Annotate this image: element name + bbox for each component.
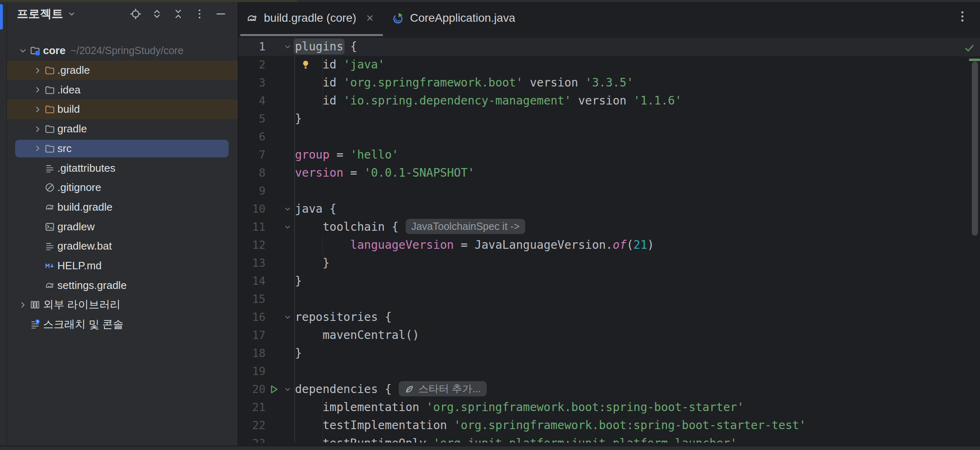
code-line-14[interactable]: 14}	[238, 272, 980, 290]
tree-item-.gitignore[interactable]: .gitignore	[7, 178, 238, 198]
close-icon[interactable]	[365, 13, 375, 23]
tree-item-settings.gradle[interactable]: settings.gradle	[7, 275, 238, 295]
gradle-icon	[44, 280, 55, 291]
code-line-22[interactable]: 22 testImplementation 'org.springframewo…	[238, 416, 980, 434]
chevron-down-icon[interactable]	[283, 313, 292, 322]
tree-item-.gradle[interactable]: .gradle	[7, 61, 238, 80]
editor-scrollbar[interactable]	[972, 61, 978, 236]
run-icon[interactable]	[268, 384, 279, 395]
token: 'hello'	[350, 148, 399, 161]
expand-all-button[interactable]	[150, 7, 164, 21]
token: 'io.spring.dependency-management'	[343, 94, 571, 107]
token: java {	[295, 202, 336, 216]
error-stripe-mark	[969, 59, 980, 61]
module-folder-icon	[29, 45, 41, 56]
gradle-icon	[246, 12, 259, 25]
code-line-5[interactable]: 5}	[238, 110, 980, 128]
tab-list-more-icon[interactable]	[955, 9, 969, 23]
tree-item-gradle[interactable]: gradle	[7, 119, 238, 139]
code-line-13[interactable]: 13 }	[238, 254, 980, 272]
code-line-3[interactable]: 3 id 'org.springframework.boot' version …	[238, 74, 980, 92]
chevron-right-icon[interactable]	[33, 66, 43, 75]
tree-item-core[interactable]: core~/2024/SpringStudy/core	[7, 41, 238, 61]
tree-item-src[interactable]: src	[7, 139, 238, 159]
token: 'org.springframework.boot'	[343, 76, 523, 89]
collapse-all-icon	[172, 8, 184, 20]
tree-item-item[interactable]: 외부 라이브러리	[7, 295, 238, 315]
code-line-17[interactable]: 17 mavenCentral()	[238, 326, 980, 344]
code-text: }	[295, 254, 329, 272]
chevron-right-icon[interactable]	[33, 105, 43, 114]
folder-excluded-icon	[44, 104, 55, 115]
code-text: }	[295, 344, 302, 362]
chevron-right-icon[interactable]	[18, 300, 28, 310]
code-line-20[interactable]: 20dependencies { 스타터 추가...	[238, 380, 980, 398]
editor-tab-coreapplication.java[interactable]: CoreApplication.java	[385, 2, 525, 34]
code-editor[interactable]: 1plugins {2 id 'java'3 id 'org.springfra…	[238, 36, 980, 443]
locate-button[interactable]	[129, 7, 143, 21]
gradle-icon	[44, 202, 55, 213]
tree-item-gradlew[interactable]: gradlew	[7, 217, 238, 236]
code-text: id 'java'	[295, 56, 385, 74]
token: JavaLanguageVersion.	[474, 238, 612, 252]
code-line-23[interactable]: 23 testRuntimeOnly 'org.junit.platform:j…	[238, 434, 980, 443]
token: '0.0.1-SNAPSHOT'	[364, 166, 475, 180]
chevron-right-icon[interactable]	[33, 143, 43, 153]
code-line-6[interactable]: 6	[238, 128, 980, 146]
code-line-4[interactable]: 4 id 'io.spring.dependency-management' v…	[238, 92, 980, 110]
editor-tab-build.gradle-core[interactable]: build.gradle (core)	[238, 2, 385, 34]
tree-item-build[interactable]: build	[7, 100, 238, 119]
code-line-18[interactable]: 18}	[238, 344, 980, 362]
code-line-11[interactable]: 11 toolchain { JavaToolchainSpec it ->	[238, 218, 980, 236]
chevron-right-icon[interactable]	[33, 85, 43, 95]
code-line-19[interactable]: 19	[238, 362, 980, 380]
more-button[interactable]	[193, 7, 206, 21]
chevron-down-icon[interactable]	[283, 385, 292, 394]
tool-window-stripe[interactable]	[0, 2, 7, 447]
code-text: }	[295, 272, 302, 290]
line-number: 14	[238, 272, 265, 290]
editor-tab-bar: build.gradle (core)CoreApplication.java	[238, 2, 980, 34]
code-line-10[interactable]: 10java {	[238, 200, 980, 218]
tree-item-label: .gitattributes	[57, 162, 116, 175]
chevron-right-icon[interactable]	[33, 124, 43, 134]
code-line-8[interactable]: 8version = '0.0.1-SNAPSHOT'	[238, 164, 980, 182]
code-line-21[interactable]: 21 implementation 'org.springframework.b…	[238, 398, 980, 416]
tree-item-gradlew.bat[interactable]: gradlew.bat	[7, 236, 238, 256]
line-number: 15	[238, 290, 265, 308]
line-number: 22	[238, 416, 265, 434]
token: 'org.junit.platform:junit-platform-launc…	[433, 436, 737, 443]
lambda-inlay-hint[interactable]: JavaToolchainSpec it ->	[406, 219, 526, 234]
hide-button[interactable]	[214, 7, 228, 21]
markdown-icon	[44, 260, 55, 271]
code-text: implementation 'org.springframework.boot…	[295, 398, 744, 416]
tab-label: CoreApplication.java	[410, 11, 515, 25]
chevron-down-icon[interactable]	[283, 42, 292, 51]
code-line-2[interactable]: 2 id 'java'	[238, 56, 980, 74]
code-line-9[interactable]: 9	[238, 182, 980, 200]
project-panel-title: 프로젝트	[17, 6, 63, 22]
hide-icon	[215, 8, 227, 20]
chevron-down-icon[interactable]	[18, 46, 28, 56]
code-line-16[interactable]: 16repositories {	[238, 308, 980, 326]
code-line-1[interactable]: 1plugins {	[238, 38, 980, 56]
token: toolchain {	[295, 220, 406, 234]
chevron-down-icon[interactable]	[283, 223, 292, 232]
tree-item-item[interactable]: 스크래치 및 콘솔	[7, 315, 238, 334]
tree-item-build.gradle[interactable]: build.gradle	[7, 198, 238, 217]
code-line-12[interactable]: 12 languageVersion = JavaLanguageVersion…	[238, 236, 980, 254]
tree-item-.gitattributes[interactable]: .gitattributes	[7, 158, 238, 178]
tree-item-.idea[interactable]: .idea	[7, 80, 238, 100]
code-line-7[interactable]: 7group = 'hello'	[238, 146, 980, 164]
collapse-all-button[interactable]	[171, 7, 185, 21]
folder-excluded-icon	[44, 65, 55, 76]
chevron-down-icon[interactable]	[283, 205, 292, 214]
tree-item-help.md[interactable]: HELP.md	[7, 256, 238, 276]
token: version	[571, 94, 633, 107]
token: 'java'	[343, 58, 385, 71]
code-line-15[interactable]: 15	[238, 290, 980, 308]
inspection-widget[interactable]	[960, 39, 978, 57]
project-view-selector[interactable]: 프로젝트	[17, 6, 76, 22]
add-starter-inlay-hint[interactable]: 스타터 추가...	[399, 381, 487, 396]
tree-item-label: 스크래치 및 콘솔	[43, 317, 123, 332]
